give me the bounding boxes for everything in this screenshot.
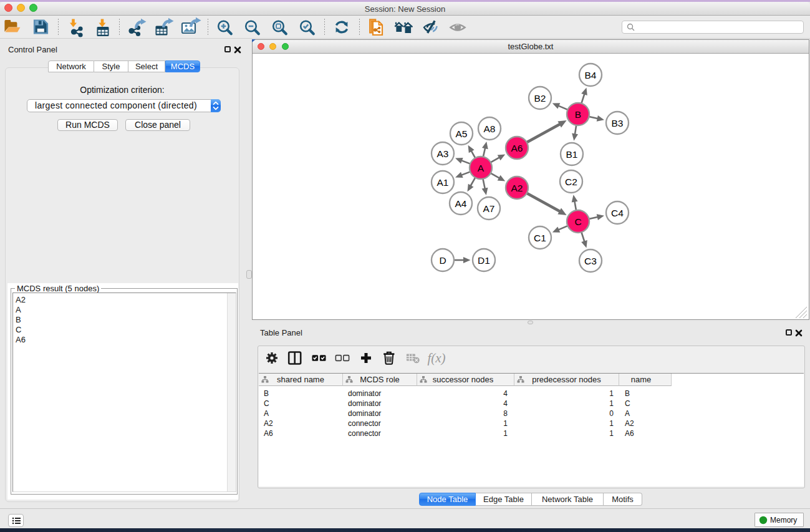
svg-text:C3: C3 <box>584 256 597 266</box>
svg-text:D: D <box>439 255 446 266</box>
svg-text:f(x): f(x) <box>427 351 445 365</box>
svg-text:B2: B2 <box>534 93 546 104</box>
svg-text:B1: B1 <box>566 149 578 160</box>
svg-text:A5: A5 <box>456 128 468 139</box>
svg-text:A4: A4 <box>455 198 467 209</box>
svg-text:B: B <box>575 109 581 120</box>
svg-text:A6: A6 <box>511 143 523 153</box>
svg-text:A: A <box>478 163 485 173</box>
svg-text:A3: A3 <box>437 148 449 159</box>
svg-text:C4: C4 <box>611 208 624 218</box>
svg-text:C2: C2 <box>565 177 577 187</box>
svg-text:B3: B3 <box>612 118 624 128</box>
svg-text:A2: A2 <box>511 183 523 193</box>
svg-text:A1: A1 <box>437 177 449 188</box>
svg-text:D1: D1 <box>478 255 490 266</box>
svg-text:B4: B4 <box>585 70 597 80</box>
svg-text:A8: A8 <box>484 123 496 134</box>
svg-text:C: C <box>574 216 581 227</box>
svg-text:A7: A7 <box>483 203 495 214</box>
svg-text:C1: C1 <box>534 233 546 243</box>
